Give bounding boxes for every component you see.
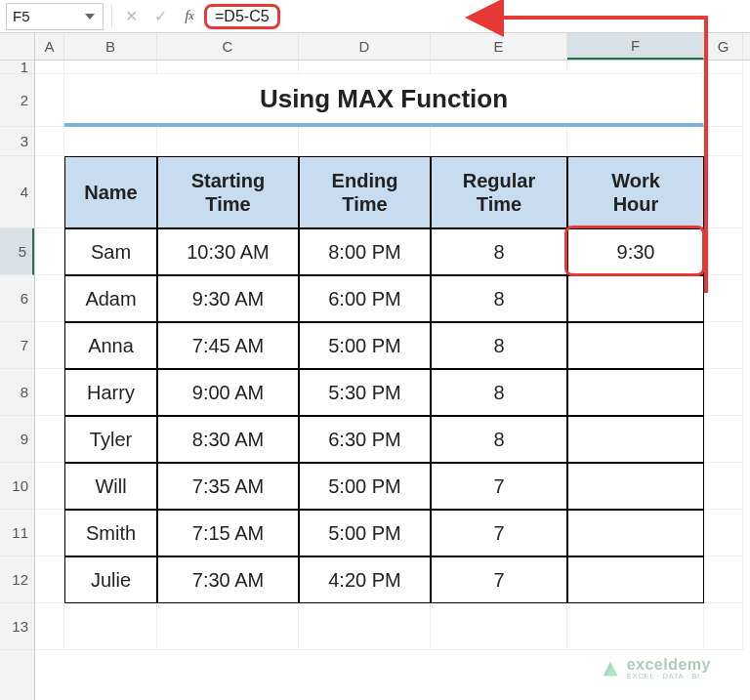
cell-C1[interactable] xyxy=(157,61,299,74)
col-header-B[interactable]: B xyxy=(64,33,157,60)
cell-B7[interactable]: Anna xyxy=(64,322,157,369)
cell-C10[interactable]: 7:35 AM xyxy=(157,463,299,510)
row-header-5[interactable]: 5 xyxy=(0,228,34,275)
cell-F1[interactable] xyxy=(567,61,704,74)
cell-A8[interactable] xyxy=(35,369,64,416)
cell-G2[interactable] xyxy=(704,74,743,127)
cell-C7[interactable]: 7:45 AM xyxy=(157,322,299,369)
cell-C5[interactable]: 10:30 AM xyxy=(157,228,299,275)
cell-B3[interactable] xyxy=(64,127,157,156)
cell-B8[interactable]: Harry xyxy=(64,369,157,416)
cell-D10[interactable]: 5:00 PM xyxy=(299,463,431,510)
cell-D11[interactable]: 5:00 PM xyxy=(299,510,431,556)
cell-C6[interactable]: 9:30 AM xyxy=(157,275,299,322)
cell-G9[interactable] xyxy=(704,416,743,463)
row-header-1[interactable]: 1 xyxy=(0,61,34,74)
cell-F5[interactable]: 9:30 xyxy=(567,228,704,275)
cell-C4[interactable]: StartingTime xyxy=(157,156,299,228)
cell-A6[interactable] xyxy=(35,275,64,322)
cell-E10[interactable]: 7 xyxy=(431,463,567,510)
cell-A2[interactable] xyxy=(35,74,64,127)
col-header-D[interactable]: D xyxy=(299,33,431,60)
cell-B6[interactable]: Adam xyxy=(64,275,157,322)
row-header-7[interactable]: 7 xyxy=(0,322,34,369)
cell-A3[interactable] xyxy=(35,127,64,156)
fx-icon[interactable]: fx xyxy=(175,3,204,30)
cell-C12[interactable]: 7:30 AM xyxy=(157,556,299,603)
cell-E8[interactable]: 8 xyxy=(431,369,567,416)
cell-A4[interactable] xyxy=(35,156,64,228)
name-box-dropdown-icon[interactable] xyxy=(83,10,97,23)
cell-G5[interactable] xyxy=(704,228,743,275)
cell-B11[interactable]: Smith xyxy=(64,510,157,556)
cell-D8[interactable]: 5:30 PM xyxy=(299,369,431,416)
select-all-corner[interactable] xyxy=(0,33,34,61)
cell-D12[interactable]: 4:20 PM xyxy=(299,556,431,603)
cell-C11[interactable]: 7:15 AM xyxy=(157,510,299,556)
cell-G12[interactable] xyxy=(704,556,743,603)
cell-D7[interactable]: 5:00 PM xyxy=(299,322,431,369)
cell-B2[interactable]: Using MAX Function xyxy=(64,74,704,127)
cell-A5[interactable] xyxy=(35,228,64,275)
cell-D6[interactable]: 6:00 PM xyxy=(299,275,431,322)
enter-icon[interactable]: ✓ xyxy=(146,3,175,30)
cell-D13[interactable] xyxy=(299,603,431,650)
cell-B13[interactable] xyxy=(64,603,157,650)
cell-G8[interactable] xyxy=(704,369,743,416)
col-header-F[interactable]: F xyxy=(567,33,704,60)
cell-G7[interactable] xyxy=(704,322,743,369)
row-header-3[interactable]: 3 xyxy=(0,127,34,156)
cell-E5[interactable]: 8 xyxy=(431,228,567,275)
cell-G13[interactable] xyxy=(704,603,743,650)
cell-D9[interactable]: 6:30 PM xyxy=(299,416,431,463)
row-header-10[interactable]: 10 xyxy=(0,463,34,510)
cell-E11[interactable]: 7 xyxy=(431,510,567,556)
cell-A7[interactable] xyxy=(35,322,64,369)
cell-F13[interactable] xyxy=(567,603,704,650)
cell-B9[interactable]: Tyler xyxy=(64,416,157,463)
col-header-A[interactable]: A xyxy=(35,33,64,60)
cell-C13[interactable] xyxy=(157,603,299,650)
cell-F11[interactable] xyxy=(567,510,704,556)
cell-A10[interactable] xyxy=(35,463,64,510)
cell-D4[interactable]: EndingTime xyxy=(299,156,431,228)
cell-A9[interactable] xyxy=(35,416,64,463)
cell-G3[interactable] xyxy=(704,127,743,156)
cell-C9[interactable]: 8:30 AM xyxy=(157,416,299,463)
cell-F6[interactable] xyxy=(567,275,704,322)
cell-E12[interactable]: 7 xyxy=(431,556,567,603)
cell-E13[interactable] xyxy=(431,603,567,650)
cell-D1[interactable] xyxy=(299,61,431,74)
cancel-icon[interactable]: ✕ xyxy=(116,3,146,30)
row-header-4[interactable]: 4 xyxy=(0,156,34,228)
formula-input[interactable]: =D5-C5 xyxy=(204,3,750,30)
row-header-13[interactable]: 13 xyxy=(0,603,34,650)
row-header-6[interactable]: 6 xyxy=(0,275,34,322)
cell-F4[interactable]: WorkHour xyxy=(567,156,704,228)
cell-A11[interactable] xyxy=(35,510,64,556)
cell-E6[interactable]: 8 xyxy=(431,275,567,322)
cell-B12[interactable]: Julie xyxy=(64,556,157,603)
cell-B10[interactable]: Will xyxy=(64,463,157,510)
name-box[interactable]: F5 xyxy=(6,3,104,30)
row-header-8[interactable]: 8 xyxy=(0,369,34,416)
cell-E7[interactable]: 8 xyxy=(431,322,567,369)
cell-F8[interactable] xyxy=(567,369,704,416)
row-header-12[interactable]: 12 xyxy=(0,556,34,603)
cell-C3[interactable] xyxy=(157,127,299,156)
cell-F12[interactable] xyxy=(567,556,704,603)
cell-F9[interactable] xyxy=(567,416,704,463)
cell-D3[interactable] xyxy=(299,127,431,156)
col-header-E[interactable]: E xyxy=(431,33,567,60)
cell-G6[interactable] xyxy=(704,275,743,322)
cell-E4[interactable]: RegularTime xyxy=(431,156,567,228)
cell-G10[interactable] xyxy=(704,463,743,510)
row-header-2[interactable]: 2 xyxy=(0,74,34,127)
cell-E1[interactable] xyxy=(431,61,567,74)
cell-B4[interactable]: Name xyxy=(64,156,157,228)
cell-F10[interactable] xyxy=(567,463,704,510)
cell-F3[interactable] xyxy=(567,127,704,156)
cell-G1[interactable] xyxy=(704,61,743,74)
row-header-11[interactable]: 11 xyxy=(0,510,34,556)
col-header-G[interactable]: G xyxy=(704,33,743,60)
